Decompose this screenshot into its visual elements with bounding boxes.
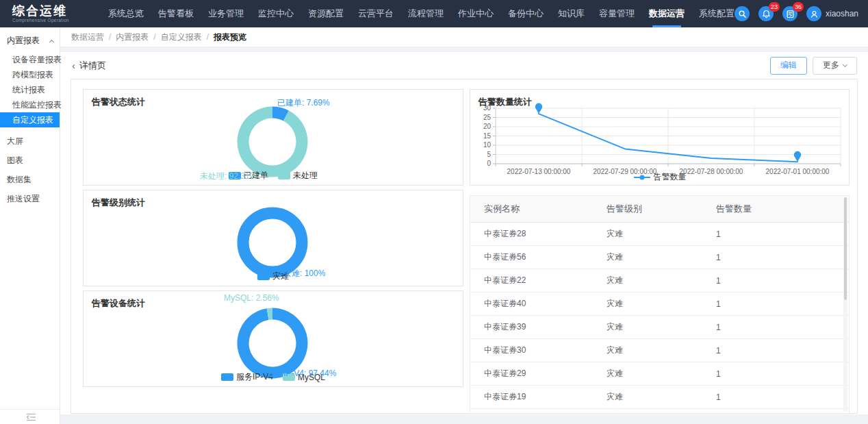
table-cell: 中泰证券29 (470, 362, 593, 386)
table-header-row: 实例名称告警级别告警数量 (470, 196, 849, 223)
pie-label: 灾难: 100% (283, 268, 325, 279)
edit-button[interactable]: 编辑 (770, 57, 807, 75)
sidebar-subitem[interactable]: 跨模型报表 (0, 67, 60, 82)
notifications-badge: 23 (769, 2, 780, 12)
svg-text:20: 20 (483, 123, 492, 130)
svg-text:15: 15 (483, 132, 492, 140)
nav-item[interactable]: 业务管理 (208, 0, 244, 27)
tasks-badge: 36 (793, 2, 804, 12)
chart-legend: 灾难 (84, 271, 463, 282)
svg-text:10: 10 (483, 141, 492, 149)
table-scrollbar-thumb[interactable] (844, 197, 847, 300)
main-nav: 系统总览告警看板业务管理监控中心资源配置云营平台流程管理作业中心备份中心知识库容… (108, 0, 735, 27)
table-cell: 1 (702, 409, 849, 414)
nav-item[interactable]: 数据运营 (649, 0, 685, 27)
legend-item[interactable]: 服务IP-V4 (221, 371, 273, 383)
table-scrollbar[interactable] (843, 197, 847, 412)
sidebar-item[interactable]: 推送设置 (0, 189, 60, 208)
sidebar-subitem[interactable]: 性能监控报表 (0, 97, 60, 112)
table-row[interactable]: 中泰证券39灾难1 (470, 316, 849, 339)
legend-label: 未处理 (293, 170, 318, 182)
more-button[interactable]: 更多 (813, 57, 857, 75)
tasks-icon (786, 10, 795, 18)
table-row[interactable]: 中泰证券29灾难1 (470, 362, 849, 386)
top-navbar: 综合运维 Comprehensive Operation 系统总览告警看板业务管… (0, 0, 868, 27)
table-cell: 中泰证券18 (470, 409, 593, 414)
table-cell: 灾难 (593, 246, 702, 269)
table-row[interactable]: 中泰证券28灾难1 (470, 223, 849, 246)
sidebar-group-builtin-reports[interactable]: 内置报表 (0, 27, 60, 52)
table-cell: 灾难 (593, 386, 702, 409)
navbar-right: 23 36 xiaoshan (735, 6, 868, 21)
sidebar-subitem[interactable]: 设备容量报表 (0, 52, 60, 67)
table-cell: 1 (702, 246, 849, 269)
sidebar: 内置报表 设备容量报表跨模型报表统计报表性能监控报表自定义报表 大屏图表数据集推… (0, 27, 60, 424)
search-button[interactable] (735, 6, 750, 21)
nav-item[interactable]: 流程管理 (408, 0, 444, 27)
table-cell: 灾难 (593, 269, 702, 292)
username: xiaoshan (826, 9, 858, 18)
table-row[interactable]: 中泰证券30灾难1 (470, 339, 849, 362)
chevron-left-icon: ‹ (72, 60, 75, 71)
sidebar-group-label: 内置报表 (7, 35, 40, 47)
sidebar-item[interactable]: 图表 (0, 151, 60, 170)
user-menu[interactable]: xiaoshan (806, 6, 858, 21)
table-row[interactable]: 中泰证券22灾难1 (470, 269, 849, 292)
breadcrumb-separator: / (109, 32, 111, 42)
table-cell: 中泰证券19 (470, 386, 593, 409)
table-cell: 中泰证券30 (470, 339, 593, 362)
table-row[interactable]: 中泰证券19灾难1 (470, 386, 849, 409)
line-chart-alarm-count[interactable]: 0510152025302022-07-13 00:00:002022-07-2… (475, 105, 845, 176)
chart-alarm-device: 告警设备统计 MySQL: 2.56% 服务IP-V4: 97.44% 服务IP… (83, 290, 463, 387)
search-icon (738, 10, 747, 18)
sidebar-item[interactable]: 大屏 (0, 132, 60, 151)
table-cell: 中泰证券39 (470, 316, 593, 339)
legend-line-marker (633, 174, 651, 181)
sidebar-subitem[interactable]: 自定义报表 (0, 112, 60, 127)
pie-label: MySQL: 2.56% (224, 293, 279, 303)
tasks-button[interactable]: 36 (782, 6, 797, 21)
donut-chart-alarm-status[interactable] (237, 106, 308, 177)
nav-item[interactable]: 资源配置 (308, 0, 344, 27)
breadcrumb-current: 报表预览 (214, 32, 246, 43)
table-cell: 灾难 (593, 223, 702, 246)
table-row[interactable]: 中泰证券18灾难1 (470, 409, 849, 414)
avatar (806, 6, 821, 21)
nav-item[interactable]: 监控中心 (258, 0, 294, 27)
notifications-button[interactable]: 23 (758, 6, 774, 21)
column-header: 告警数量 (702, 196, 849, 223)
back-link-label: 详情页 (79, 60, 106, 72)
chart-legend: 已建单未处理 (84, 170, 463, 182)
nav-item[interactable]: 作业中心 (458, 0, 494, 27)
sidebar-submenu: 设备容量报表跨模型报表统计报表性能监控报表自定义报表 (0, 52, 60, 127)
collapse-sidebar-button[interactable] (26, 413, 36, 421)
svg-text:5: 5 (487, 151, 491, 158)
nav-item[interactable]: 云营平台 (358, 0, 394, 27)
nav-item[interactable]: 告警看板 (158, 0, 194, 27)
nav-item[interactable]: 知识库 (558, 0, 585, 27)
table-cell: 1 (702, 386, 849, 409)
sidebar-subitem[interactable]: 统计报表 (0, 82, 60, 97)
page-content: ‹ 详情页 编辑 更多 告警状态统计 已建单: 7.69% 未处理: 92.31… (60, 52, 868, 414)
toolbar-buttons: 编辑 更多 (770, 57, 857, 75)
back-to-detail-link[interactable]: ‹ 详情页 (72, 60, 106, 72)
nav-item[interactable]: 容量管理 (599, 0, 635, 27)
legend-label: 告警数量 (654, 171, 687, 183)
breadcrumb-item[interactable]: 内置报表 (116, 32, 149, 43)
chart-alarm-status: 告警状态统计 已建单: 7.69% 未处理: 92.31% 已建单未处理 (83, 89, 463, 186)
nav-item[interactable]: 系统总览 (108, 0, 144, 27)
chart-alarm-count: 告警数量统计 0510152025302022-07-13 00:00:0020… (470, 89, 850, 186)
sidebar-items: 大屏图表数据集推送设置 (0, 132, 60, 208)
legend-item[interactable]: 告警数量 (633, 171, 687, 183)
legend-item[interactable]: 未处理 (278, 170, 318, 182)
breadcrumb-item[interactable]: 数据运营 (71, 32, 104, 43)
sidebar-item[interactable]: 数据集 (0, 170, 60, 189)
table-row[interactable]: 中泰证券56灾难1 (470, 246, 849, 269)
nav-item[interactable]: 备份中心 (508, 0, 544, 27)
more-button-label: 更多 (823, 60, 839, 71)
table-cell: 灾难 (593, 339, 702, 362)
table-row[interactable]: 中泰证券40灾难1 (470, 292, 849, 316)
table-cell: 1 (702, 269, 849, 292)
breadcrumb-item[interactable]: 自定义报表 (161, 32, 202, 43)
nav-item[interactable]: 系统配置 (699, 0, 735, 27)
